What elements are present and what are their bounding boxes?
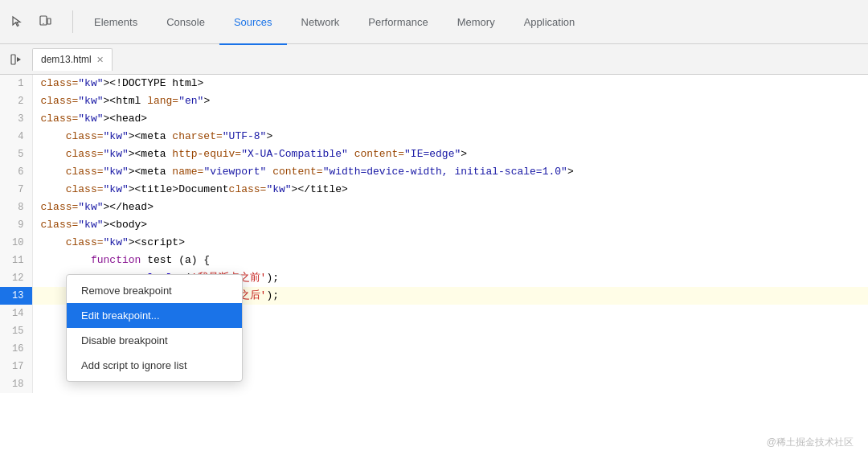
toggle-device-button[interactable]: [34, 10, 56, 33]
line-number[interactable]: 2: [0, 92, 32, 110]
tab-performance[interactable]: Performance: [354, 1, 442, 45]
line-code: class="kw"><body>: [32, 216, 868, 234]
file-tab-name: dem13.html: [41, 54, 92, 65]
tab-memory[interactable]: Memory: [443, 1, 510, 45]
line-number[interactable]: 11: [0, 252, 32, 269]
file-panel-toggle[interactable]: [6, 50, 26, 69]
line-number[interactable]: 5: [0, 145, 32, 163]
line-code: function test (a) {: [32, 252, 868, 269]
line-code: class="kw"><script>: [32, 234, 868, 252]
line-code: class="kw"></head>: [32, 199, 868, 216]
line-number[interactable]: 8: [0, 199, 32, 216]
svg-rect-1: [47, 18, 51, 24]
line-code: class="kw"><meta charset="UTF-8">: [32, 128, 868, 145]
line-code: class="kw"><meta http-equiv="X-UA-Compat…: [32, 145, 868, 163]
line-number[interactable]: 4: [0, 128, 32, 145]
line-code: class="kw"><head>: [32, 110, 868, 128]
svg-point-2: [43, 23, 43, 24]
context-menu-item-disable-breakpoint[interactable]: Disable breakpoint: [67, 328, 242, 353]
line-number[interactable]: 6: [0, 163, 32, 181]
line-number[interactable]: 15: [0, 322, 32, 340]
line-code: class="kw"><html lang="en">: [32, 92, 868, 110]
line-number[interactable]: 7: [0, 181, 32, 199]
tab-sources[interactable]: Sources: [219, 1, 287, 45]
toolbar-icons: [6, 10, 56, 33]
tab-network[interactable]: Network: [287, 1, 354, 45]
tab-list: Elements Console Sources Network Perform…: [80, 0, 862, 44]
line-number[interactable]: 12: [0, 269, 32, 287]
context-menu-item-remove-breakpoint[interactable]: Remove breakpoint: [67, 278, 242, 303]
code-container: 1class="kw"><!DOCTYPE html>2class="kw"><…: [0, 75, 868, 459]
context-menu-item-add-to-ignore[interactable]: Add script to ignore list: [67, 353, 242, 378]
tab-console[interactable]: Console: [152, 1, 219, 45]
line-number[interactable]: 16: [0, 340, 32, 358]
context-menu: Remove breakpointEdit breakpoint...Disab…: [66, 274, 243, 382]
line-number[interactable]: 17: [0, 358, 32, 375]
line-number[interactable]: 13: [0, 287, 32, 305]
line-number[interactable]: 14: [0, 305, 32, 322]
line-number[interactable]: 18: [0, 375, 32, 393]
line-number[interactable]: 9: [0, 216, 32, 234]
devtools-toolbar: Elements Console Sources Network Perform…: [0, 0, 868, 44]
line-code: class="kw"><!DOCTYPE html>: [32, 75, 868, 92]
tab-application[interactable]: Application: [510, 1, 590, 45]
line-number[interactable]: 3: [0, 110, 32, 128]
context-menu-item-edit-breakpoint[interactable]: Edit breakpoint...: [67, 303, 242, 328]
tab-elements[interactable]: Elements: [80, 1, 152, 45]
line-code: class="kw"><meta name="viewport" content…: [32, 163, 868, 181]
file-tab-dem13[interactable]: dem13.html ✕: [32, 48, 113, 71]
line-number[interactable]: 10: [0, 234, 32, 252]
file-tab-close[interactable]: ✕: [96, 55, 104, 65]
toolbar-divider: [72, 10, 73, 33]
watermark: @稀土掘金技术社区: [767, 436, 854, 449]
svg-rect-3: [11, 55, 15, 64]
file-tab-row: dem13.html ✕: [0, 44, 868, 75]
line-number[interactable]: 1: [0, 75, 32, 92]
code-editor[interactable]: 1class="kw"><!DOCTYPE html>2class="kw"><…: [0, 75, 868, 459]
line-code: class="kw"><title>Documentclass="kw"></t…: [32, 181, 868, 199]
select-element-button[interactable]: [6, 10, 29, 33]
